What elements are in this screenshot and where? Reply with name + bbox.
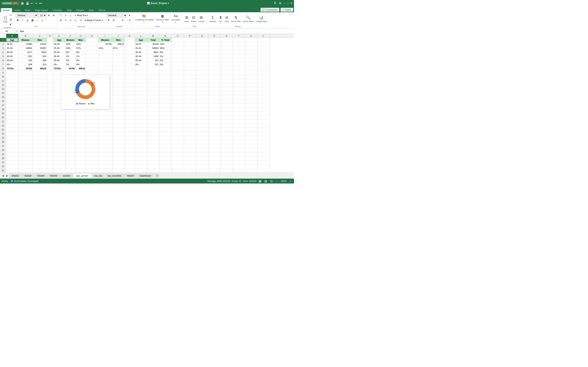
row-num-4[interactable]: 4: [0, 50, 6, 54]
cell-K29[interactable]: [125, 152, 135, 156]
cell-J22[interactable]: [112, 124, 125, 128]
cell-A27[interactable]: [6, 144, 18, 148]
cell-K3[interactable]: [125, 46, 135, 50]
cell-I21[interactable]: [98, 119, 112, 124]
cell-E29[interactable]: [53, 152, 65, 156]
cell-D2[interactable]: [47, 42, 53, 46]
cell-A22[interactable]: [6, 124, 18, 128]
cell-M16[interactable]: [147, 99, 159, 103]
cell-A8[interactable]: TOTAL: [6, 67, 18, 71]
cell-Q23[interactable]: [196, 128, 208, 132]
cell-A4[interactable]: 35-44: [6, 50, 18, 54]
row-num-16[interactable]: 16: [0, 99, 6, 103]
cell-Q33[interactable]: [196, 168, 208, 173]
cell-I29[interactable]: [98, 152, 112, 156]
cell-S1[interactable]: [221, 38, 233, 42]
cell-N17[interactable]: [159, 103, 172, 107]
tab-top-countries[interactable]: top_countries: [105, 174, 124, 178]
cell-L6[interactable]: 55-64: [135, 58, 147, 62]
cell-B14[interactable]: [18, 91, 33, 95]
cell-G25[interactable]: [76, 136, 86, 140]
cell-V5[interactable]: [257, 54, 269, 58]
cell-Q27[interactable]: [196, 144, 208, 148]
cell-O21[interactable]: [172, 119, 184, 124]
cell-J33[interactable]: [112, 168, 125, 173]
cell-C12[interactable]: [33, 83, 47, 87]
cell-Q3[interactable]: [196, 46, 208, 50]
col-header-R[interactable]: R: [208, 34, 221, 38]
cell-P12[interactable]: [184, 83, 196, 87]
cell-U20[interactable]: [245, 115, 257, 119]
cell-N2[interactable]: 34%: [159, 42, 172, 46]
cell-N11[interactable]: [159, 79, 172, 83]
cell-S7[interactable]: [221, 62, 233, 67]
cell-L15[interactable]: [135, 95, 147, 99]
cell-M5[interactable]: 1459: [147, 54, 159, 58]
cell-U3[interactable]: [245, 46, 257, 50]
save-icon[interactable]: 💾: [26, 2, 29, 5]
cell-L3[interactable]: 25-34: [135, 46, 147, 50]
col-header-D[interactable]: D: [47, 34, 53, 38]
cell-G7[interactable]: 0%: [76, 62, 86, 67]
cell-P17[interactable]: [184, 103, 196, 107]
cell-L32[interactable]: [135, 164, 147, 168]
cell-C30[interactable]: [33, 156, 47, 160]
cell-C1[interactable]: Men: [33, 38, 47, 42]
cell-R8[interactable]: [208, 67, 221, 71]
cell-M31[interactable]: [147, 160, 159, 164]
cell-R25[interactable]: [208, 136, 221, 140]
cell-D28[interactable]: [47, 148, 53, 152]
cell-J9[interactable]: [112, 71, 125, 75]
cell-A12[interactable]: [6, 83, 18, 87]
cell-L10[interactable]: [135, 75, 147, 79]
cell-D33[interactable]: [47, 168, 53, 173]
cell-L18[interactable]: [135, 107, 147, 111]
cell-A14[interactable]: [6, 91, 18, 95]
col-header-O[interactable]: O: [172, 34, 184, 38]
paste-button[interactable]: 📋 Paste: [2, 14, 8, 25]
tab-age-gender[interactable]: age_gender: [73, 174, 91, 178]
cell-L22[interactable]: [135, 124, 147, 128]
cell-E1[interactable]: Age: [53, 38, 65, 42]
cell-L21[interactable]: [135, 119, 147, 124]
cell-T12[interactable]: [233, 83, 245, 87]
cell-F29[interactable]: [65, 152, 76, 156]
cell-E8[interactable]: TOTAL: [53, 67, 65, 71]
cell-I30[interactable]: [98, 156, 112, 160]
row-num-9[interactable]: 9: [0, 71, 6, 75]
cell-K19[interactable]: [125, 111, 135, 115]
cell-F28[interactable]: [65, 148, 76, 152]
cell-L29[interactable]: [135, 152, 147, 156]
cell-J20[interactable]: [112, 115, 125, 119]
cell-F31[interactable]: [65, 160, 76, 164]
cell-V30[interactable]: [257, 156, 269, 160]
cell-B17[interactable]: [18, 103, 33, 107]
cell-O11[interactable]: [172, 79, 184, 83]
cell-N24[interactable]: [159, 132, 172, 136]
cell-J1[interactable]: Men: [112, 38, 125, 42]
font-size-select[interactable]: 11 10 12 14: [38, 13, 47, 17]
cell-M26[interactable]: [147, 140, 159, 144]
cell-T9[interactable]: [233, 71, 245, 75]
cell-Q9[interactable]: [196, 71, 208, 75]
tab-insert[interactable]: Insert: [12, 8, 23, 12]
cell-S3[interactable]: [221, 46, 233, 50]
cell-B15[interactable]: [18, 95, 33, 99]
cell-D3[interactable]: [47, 46, 53, 50]
cell-V20[interactable]: [257, 115, 269, 119]
cell-O33[interactable]: [172, 168, 184, 173]
cell-C32[interactable]: [33, 164, 47, 168]
cell-G31[interactable]: [76, 160, 86, 164]
cell-H9[interactable]: [86, 71, 98, 75]
cell-L28[interactable]: [135, 148, 147, 152]
cell-K20[interactable]: [125, 115, 135, 119]
cell-F32[interactable]: [65, 164, 76, 168]
cell-J16[interactable]: [112, 99, 125, 103]
cell-D11[interactable]: [47, 79, 53, 83]
underline-button[interactable]: U: [25, 18, 30, 22]
cell-M11[interactable]: [147, 79, 159, 83]
cell-K23[interactable]: [125, 128, 135, 132]
share-button[interactable]: ↗ Share: [281, 8, 293, 12]
cell-M1[interactable]: Total: [147, 38, 159, 42]
cell-A15[interactable]: [6, 95, 18, 99]
